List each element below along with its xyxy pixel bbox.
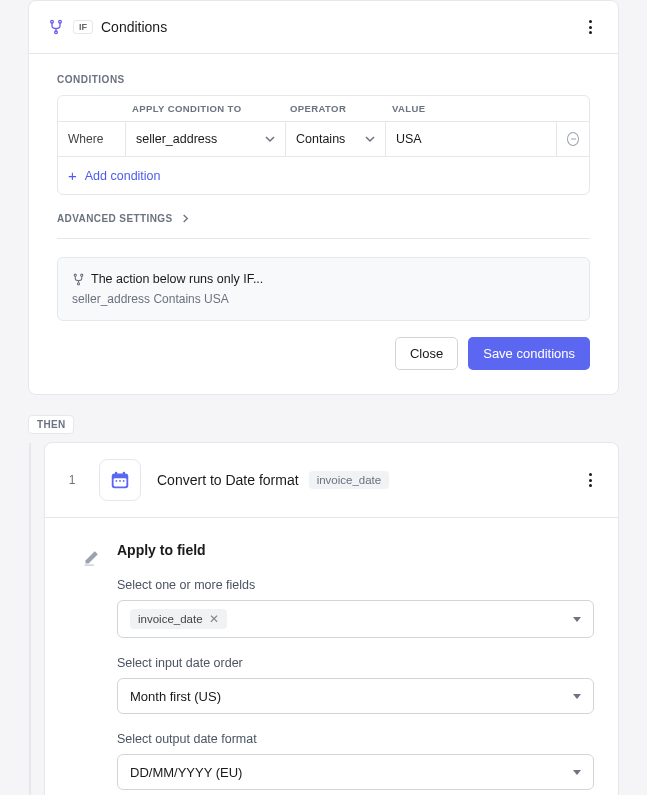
step-card: 1 Convert to Date format invoice_date Ap… xyxy=(44,442,619,795)
if-badge: IF xyxy=(73,20,93,34)
token-remove-icon[interactable]: ✕ xyxy=(209,612,219,626)
remove-condition-button[interactable] xyxy=(557,122,589,156)
apply-condition-value: seller_address xyxy=(136,132,217,146)
step-body: Apply to field Select one or more fields… xyxy=(45,518,618,795)
chevron-down-icon xyxy=(265,134,275,144)
chevron-down-icon xyxy=(365,134,375,144)
summary-heading: The action below runs only IF... xyxy=(91,272,263,286)
add-condition-label: Add condition xyxy=(85,169,161,183)
step-icon xyxy=(99,459,141,501)
output-format-value: DD/MM/YYYY (EU) xyxy=(130,765,242,780)
chevron-right-icon xyxy=(181,214,190,223)
col-header-apply: APPLY CONDITION TO xyxy=(126,103,286,114)
advanced-settings-toggle[interactable]: ADVANCED SETTINGS xyxy=(57,213,590,239)
then-wrap: THEN xyxy=(28,415,647,434)
where-cell: Where xyxy=(58,122,126,156)
output-format-label: Select output date format xyxy=(117,732,594,746)
kebab-icon[interactable] xyxy=(580,17,600,37)
save-conditions-button[interactable]: Save conditions xyxy=(468,337,590,370)
value-input[interactable]: USA xyxy=(386,122,557,156)
branch-icon xyxy=(47,18,65,36)
button-row: Close Save conditions xyxy=(57,337,590,370)
input-order-label: Select input date order xyxy=(117,656,594,670)
chevron-down-icon xyxy=(573,770,581,775)
kebab-icon[interactable] xyxy=(580,470,600,490)
svg-rect-8 xyxy=(115,472,117,476)
pencil-icon xyxy=(83,546,103,566)
conditions-table: APPLY CONDITION TO OPERATOR VALUE Where … xyxy=(57,95,590,195)
field-token-text: invoice_date xyxy=(138,613,203,625)
remove-icon xyxy=(567,132,579,146)
fields-select[interactable]: invoice_date ✕ xyxy=(117,600,594,638)
step-field-pill: invoice_date xyxy=(309,471,390,489)
svg-rect-13 xyxy=(85,564,94,566)
condition-summary: The action below runs only IF... seller_… xyxy=(57,257,590,321)
svg-point-3 xyxy=(74,274,76,276)
input-order-select[interactable]: Month first (US) xyxy=(117,678,594,714)
condition-row: Where seller_address Contains USA xyxy=(58,122,589,157)
svg-rect-9 xyxy=(123,472,125,476)
operator-select[interactable]: Contains xyxy=(286,122,386,156)
svg-point-0 xyxy=(51,20,54,23)
conditions-body: CONDITIONS APPLY CONDITION TO OPERATOR V… xyxy=(29,54,618,394)
left-icon-column xyxy=(69,542,117,795)
field-token: invoice_date ✕ xyxy=(130,609,227,629)
conditions-title: Conditions xyxy=(101,19,167,35)
value-text: USA xyxy=(396,132,422,146)
then-badge: THEN xyxy=(28,415,74,434)
step-number: 1 xyxy=(63,473,81,487)
form-heading: Apply to field xyxy=(117,542,594,558)
calendar-icon xyxy=(109,469,131,491)
step-title: Convert to Date format xyxy=(157,472,299,488)
svg-point-1 xyxy=(59,20,62,23)
close-button[interactable]: Close xyxy=(395,337,458,370)
input-order-value: Month first (US) xyxy=(130,689,221,704)
form-column: Apply to field Select one or more fields… xyxy=(117,542,594,795)
operator-value: Contains xyxy=(296,132,345,146)
fields-label: Select one or more fields xyxy=(117,578,594,592)
col-header-operator: OPERATOR xyxy=(286,103,386,114)
plus-icon: + xyxy=(68,167,77,184)
output-format-select[interactable]: DD/MM/YYYY (EU) xyxy=(117,754,594,790)
svg-rect-7 xyxy=(114,478,127,486)
chevron-down-icon xyxy=(573,617,581,622)
branch-small-icon xyxy=(72,273,85,286)
svg-point-4 xyxy=(81,274,83,276)
chevron-down-icon xyxy=(573,694,581,699)
conditions-table-head: APPLY CONDITION TO OPERATOR VALUE xyxy=(58,96,589,122)
svg-point-10 xyxy=(115,480,117,482)
svg-point-11 xyxy=(119,480,121,482)
svg-point-2 xyxy=(55,31,58,34)
step-rail xyxy=(29,443,31,795)
advanced-settings-label: ADVANCED SETTINGS xyxy=(57,213,173,224)
add-condition-button[interactable]: + Add condition xyxy=(58,157,589,194)
summary-text: seller_address Contains USA xyxy=(72,292,575,306)
svg-point-12 xyxy=(123,480,125,482)
col-header-value: VALUE xyxy=(386,103,557,114)
conditions-header: IF Conditions xyxy=(29,1,618,54)
conditions-card: IF Conditions CONDITIONS APPLY CONDITION… xyxy=(28,0,619,395)
svg-point-5 xyxy=(77,282,79,284)
conditions-section-label: CONDITIONS xyxy=(57,74,590,85)
step-header: 1 Convert to Date format invoice_date xyxy=(45,443,618,518)
apply-condition-select[interactable]: seller_address xyxy=(126,122,286,156)
